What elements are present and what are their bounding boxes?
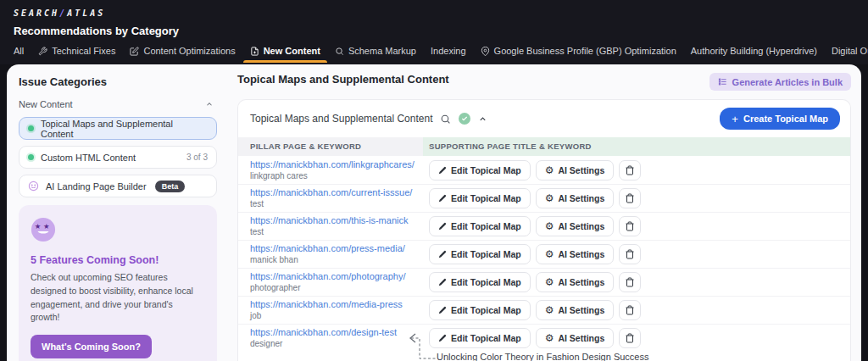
create-topical-map-button[interactable]: + Create Topical Map <box>720 108 840 130</box>
gear-icon: ⚙ <box>545 333 554 343</box>
table-row: https://manickbhan.com/photography/ phot… <box>238 268 850 296</box>
edit-topical-map-button[interactable]: Edit Topical Map <box>429 216 531 236</box>
edit-topical-map-button[interactable]: Edit Topical Map <box>429 300 531 320</box>
issue-categories-sidebar: Issue Categories New Content Topical Map… <box>7 64 225 361</box>
delete-button[interactable] <box>619 300 641 320</box>
sidebar-item-label: Custom HTML Content <box>41 153 136 163</box>
item-count: 3 of 3 <box>186 153 208 162</box>
category-tab-bar: All Technical Fixes Content Optimization… <box>14 46 854 63</box>
tab-all[interactable]: All <box>14 46 24 63</box>
check-circle-icon <box>459 113 470 125</box>
chevron-up-icon[interactable] <box>478 114 487 124</box>
sidebar-item-custom-html[interactable]: Custom HTML Content 3 of 3 <box>19 146 217 169</box>
table-row: https://manickbhan.com/this-is-manick te… <box>238 212 850 240</box>
delete-button[interactable] <box>619 272 641 292</box>
logo-text-left: SEARCH <box>14 8 59 18</box>
ai-settings-button[interactable]: ⚙AI Settings <box>536 328 615 348</box>
tab-label: Google Business Profile (GBP) Optimizati… <box>494 46 676 56</box>
ai-settings-button[interactable]: ⚙AI Settings <box>536 216 615 236</box>
delete-button[interactable] <box>619 188 641 208</box>
sidebar-item-ai-landing-page[interactable]: AI Landing Page Builder Beta <box>19 175 217 197</box>
pillar-keyword: photographer <box>250 283 423 293</box>
search-icon[interactable] <box>440 114 451 125</box>
delete-button[interactable] <box>619 328 641 348</box>
ai-label: AI Settings <box>558 221 604 231</box>
sidebar-item-topical-maps[interactable]: Topical Maps and Supplemental Content <box>19 117 217 140</box>
topical-maps-card: Topical Maps and Supplemental Content + … <box>237 99 851 361</box>
ai-settings-button[interactable]: ⚙AI Settings <box>536 160 615 180</box>
actions-cell: Edit Topical Map ⚙AI Settings <box>423 300 850 320</box>
tab-schema-markup[interactable]: Schema Markup <box>335 46 416 63</box>
ai-label: AI Settings <box>558 277 604 287</box>
sidebar-item-label: AI Landing Page Builder <box>46 181 147 192</box>
edit-topical-map-button[interactable]: Edit Topical Map <box>429 188 531 208</box>
pillar-cell: https://manickbhan.com/current-isssue/ t… <box>238 187 423 209</box>
tab-label: Authority Building (Hyperdrive) <box>691 46 817 56</box>
whats-coming-soon-button[interactable]: What's Coming Soon? <box>31 335 152 358</box>
tab-content-optimizations[interactable]: Content Optimizations <box>130 46 235 63</box>
search-atlas-logo: SEARCH/ATLAS <box>14 8 854 18</box>
pillar-url-link[interactable]: https://manickbhan.com/media-press <box>250 299 423 310</box>
edit-topical-map-button[interactable]: Edit Topical Map <box>429 328 531 348</box>
ai-settings-button[interactable]: ⚙AI Settings <box>536 300 615 320</box>
pillar-keyword: linkgraph cares <box>250 171 423 181</box>
tab-label: Indexing <box>431 46 466 56</box>
delete-button[interactable] <box>619 244 641 264</box>
ai-label: AI Settings <box>558 305 604 315</box>
tab-label: Technical Fixes <box>52 46 115 56</box>
edit-label: Edit Topical Map <box>451 165 521 175</box>
tab-new-content[interactable]: New Content <box>250 46 320 63</box>
dashed-connector-arrow-icon <box>404 330 440 361</box>
ai-settings-button[interactable]: ⚙AI Settings <box>536 244 615 264</box>
pillar-url-link[interactable]: https://manickbhan.com/this-is-manick <box>250 215 423 226</box>
status-dot-icon <box>28 154 34 160</box>
tab-authority-building[interactable]: Authority Building (Hyperdrive) <box>691 46 817 63</box>
file-plus-icon <box>250 47 259 56</box>
tab-indexing[interactable]: Indexing <box>431 46 466 63</box>
tab-label: Content Optimizations <box>143 46 235 56</box>
edit-label: Edit Topical Map <box>451 249 521 259</box>
actions-cell: Edit Topical Map ⚙AI Settings <box>423 244 850 264</box>
tab-technical-fixes[interactable]: Technical Fixes <box>38 46 115 63</box>
pillar-cell: https://manickbhan.com/linkgraphcares/ l… <box>238 159 423 181</box>
main-header: Topical Maps and Supplemental Content Ge… <box>237 73 851 93</box>
pencil-icon <box>438 166 447 175</box>
pillar-url-link[interactable]: https://manickbhan.com/photography/ <box>250 271 423 282</box>
svg-text:★: ★ <box>43 222 50 230</box>
edit-label: Edit Topical Map <box>451 193 521 203</box>
face-icon <box>28 180 39 192</box>
pillar-url-link[interactable]: https://manickbhan.com/current-isssue/ <box>250 187 423 198</box>
trash-icon <box>625 165 635 175</box>
gear-icon: ⚙ <box>545 277 554 287</box>
edit-topical-map-button[interactable]: Edit Topical Map <box>429 244 531 264</box>
delete-button[interactable] <box>619 216 641 236</box>
table-row: https://manickbhan.com/media-press job E… <box>238 296 850 324</box>
card-header: Topical Maps and Supplemental Content + … <box>238 100 850 137</box>
actions-cell: Edit Topical Map ⚙AI Settings <box>423 160 850 180</box>
pillar-url-link[interactable]: https://manickbhan.com/press-media/ <box>250 243 423 254</box>
edit-topical-map-button[interactable]: Edit Topical Map <box>429 160 531 180</box>
trash-icon <box>625 277 635 287</box>
bulk-list-icon <box>718 77 727 86</box>
tab-digital-outreach[interactable]: Digital Outreach <box>832 46 868 63</box>
delete-button[interactable] <box>619 160 641 180</box>
pillar-keyword: manick bhan <box>250 255 423 265</box>
page-title: Recommendations by Category <box>14 25 854 37</box>
generate-articles-bulk-button[interactable]: Generate Articles in Bulk <box>709 73 851 91</box>
edit-label: Edit Topical Map <box>451 305 521 315</box>
sidebar-group-new-content[interactable]: New Content <box>19 99 217 109</box>
ai-label: AI Settings <box>558 193 604 203</box>
chevron-up-icon[interactable] <box>205 100 214 108</box>
pillar-url-link[interactable]: https://manickbhan.com/design-test <box>250 327 423 338</box>
tab-gbp-optimization[interactable]: Google Business Profile (GBP) Optimizati… <box>481 46 676 63</box>
trash-icon <box>625 305 635 315</box>
pillar-keyword: job <box>250 311 423 321</box>
ai-settings-button[interactable]: ⚙AI Settings <box>536 272 615 292</box>
ai-settings-button[interactable]: ⚙AI Settings <box>536 188 615 208</box>
edit-topical-map-button[interactable]: Edit Topical Map <box>429 272 531 292</box>
bulk-button-label: Generate Articles in Bulk <box>732 77 843 87</box>
pillar-url-link[interactable]: https://manickbhan.com/linkgraphcares/ <box>250 159 423 170</box>
ai-label: AI Settings <box>558 165 604 175</box>
ai-label: AI Settings <box>558 249 604 259</box>
promo-body: Check out upcoming SEO features designed… <box>31 271 204 325</box>
